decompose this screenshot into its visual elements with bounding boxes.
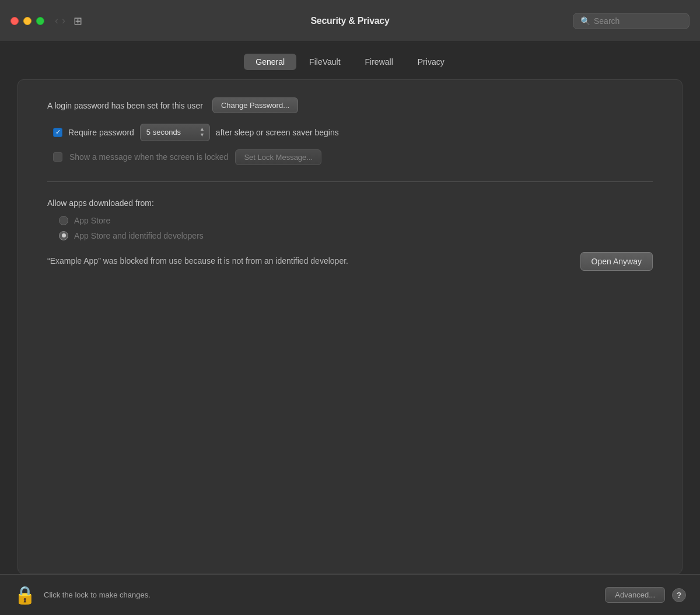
search-input[interactable] (594, 16, 682, 26)
app-store-label: App Store (74, 216, 110, 225)
app-store-radio-row: App Store (59, 216, 653, 225)
advanced-button[interactable]: Advanced... (605, 587, 665, 603)
titlebar: ‹ › ⊞ Security & Privacy 🔍 (0, 0, 700, 42)
password-section: A login password has been set for this u… (47, 97, 653, 165)
blocked-text: “Example App” was blocked from use becau… (47, 255, 569, 267)
search-icon: 🔍 (580, 16, 590, 26)
main-content: General FileVault Firewall Privacy A log… (0, 42, 700, 574)
minimize-button[interactable] (23, 17, 32, 25)
tabs-bar: General FileVault Firewall Privacy (18, 54, 682, 70)
settings-panel: A login password has been set for this u… (18, 79, 682, 574)
app-store-identified-radio-row: App Store and identified developers (59, 231, 653, 240)
change-password-button[interactable]: Change Password... (212, 97, 298, 113)
help-button[interactable]: ? (672, 588, 686, 602)
app-store-radio[interactable] (59, 216, 68, 225)
window-title: Security & Privacy (310, 16, 389, 26)
open-anyway-button[interactable]: Open Anyway (580, 252, 653, 271)
traffic-lights (10, 17, 44, 25)
after-sleep-text: after sleep or screen saver begins (216, 128, 339, 137)
set-lock-message-button[interactable]: Set Lock Message... (235, 149, 321, 165)
tab-privacy[interactable]: Privacy (406, 54, 456, 70)
login-password-text: A login password has been set for this u… (47, 101, 203, 110)
app-store-identified-radio[interactable] (59, 231, 68, 240)
app-store-identified-label: App Store and identified developers (74, 231, 204, 240)
checkmark-icon: ✓ (55, 129, 61, 135)
nav-arrows: ‹ › (55, 15, 65, 27)
blocked-row: “Example App” was blocked from use becau… (47, 252, 653, 271)
apps-section: Allow apps downloaded from: App Store Ap… (47, 198, 653, 271)
tab-firewall[interactable]: Firewall (354, 54, 405, 70)
tab-general[interactable]: General (244, 54, 296, 70)
allow-apps-label: Allow apps downloaded from: (47, 198, 653, 208)
lock-text: Click the lock to make changes. (44, 590, 150, 599)
bottom-right: Advanced... ? (605, 587, 686, 603)
login-row: A login password has been set for this u… (47, 97, 653, 113)
fullscreen-button[interactable] (36, 17, 44, 25)
section-divider (47, 181, 653, 182)
show-message-checkbox[interactable] (53, 152, 62, 162)
lock-message-row: Show a message when the screen is locked… (53, 149, 653, 165)
back-arrow-icon[interactable]: ‹ (55, 15, 58, 27)
tab-filevault[interactable]: FileVault (298, 54, 352, 70)
show-message-label: Show a message when the screen is locked (69, 152, 228, 162)
require-password-row: ✓ Require password 5 seconds ▲ ▼ after s… (53, 124, 653, 141)
grid-icon[interactable]: ⊞ (74, 15, 82, 27)
bottom-bar: 🔒 Click the lock to make changes. Advanc… (0, 574, 700, 615)
radio-group: App Store App Store and identified devel… (59, 216, 653, 240)
lock-icon[interactable]: 🔒 (14, 585, 36, 605)
search-box: 🔍 (573, 13, 690, 29)
require-password-label: Require password (68, 128, 134, 137)
close-button[interactable] (10, 17, 19, 25)
require-password-checkbox[interactable]: ✓ (53, 128, 62, 137)
password-interval-value: 5 seconds (146, 128, 181, 137)
stepper-arrows-icon: ▲ ▼ (200, 127, 205, 138)
password-interval-select[interactable]: 5 seconds ▲ ▼ (140, 124, 210, 141)
forward-arrow-icon[interactable]: › (62, 15, 65, 27)
